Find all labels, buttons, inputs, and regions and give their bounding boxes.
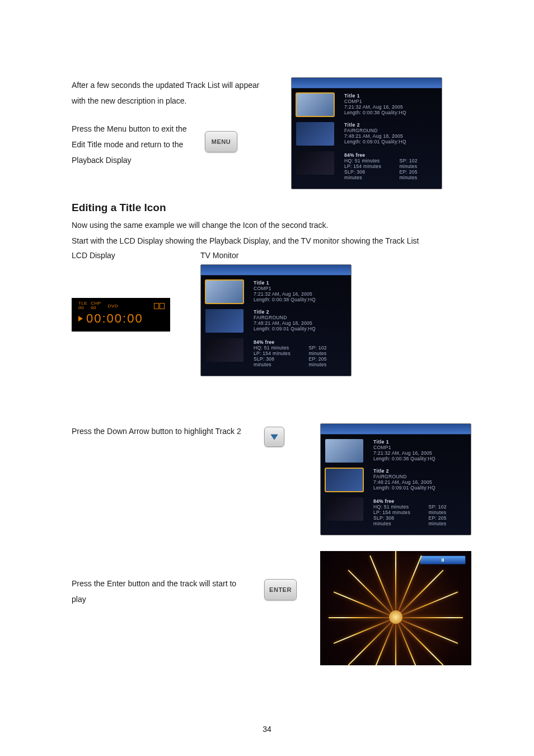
free-line: SP: 102 minutes bbox=[308, 345, 345, 356]
playback-overlay: II bbox=[420, 556, 466, 564]
free-thumbnail bbox=[205, 338, 243, 362]
free-line: EP: 205 minutes bbox=[428, 515, 465, 526]
play-icon bbox=[78, 316, 83, 321]
heading-sub-2: Start with the LCD Display showing the P… bbox=[72, 233, 471, 249]
track-subtitle: COMP1 bbox=[344, 99, 406, 104]
free-line: SLP: 308 minutes bbox=[373, 515, 413, 526]
lcd-display: TLE 00 CHP 00 DVD 00:00:00 bbox=[72, 298, 170, 332]
intro-paragraph-2: Press the Menu button to exit the Edit T… bbox=[72, 121, 195, 168]
track-time: 7:48:21 AM, Aug 16, 2005 bbox=[373, 479, 435, 485]
free-line: LP: 154 minutes bbox=[254, 351, 293, 356]
free-line: LP: 154 minutes bbox=[344, 164, 383, 169]
dolby-icon bbox=[154, 303, 165, 309]
track-length: Length: 0:09:01 Quality:HQ bbox=[254, 326, 316, 332]
playback-overlay-label: II bbox=[441, 557, 444, 563]
lcd-column-label: LCD Display bbox=[72, 251, 200, 260]
track-title: Title 2 bbox=[344, 122, 406, 128]
intro-paragraph-1: After a few seconds the updated Track Li… bbox=[72, 77, 273, 109]
track-thumbnail bbox=[205, 280, 243, 304]
track-row[interactable]: Title 2FAIRGROUND7:48:21 AM, Aug 18, 200… bbox=[201, 307, 351, 336]
menu-button-label: MENU bbox=[212, 138, 231, 145]
lcd-chp-value: 00 bbox=[91, 306, 101, 310]
track-subtitle: FAIRGROUND bbox=[254, 315, 316, 320]
free-title: 84% free bbox=[373, 498, 465, 504]
enter-button[interactable]: ENTER bbox=[264, 579, 297, 600]
down-arrow-button[interactable] bbox=[264, 427, 284, 447]
track-time: 7:48:21 AM, Aug 18, 2005 bbox=[344, 133, 406, 139]
free-line: HQ: 51 minutes bbox=[254, 345, 293, 351]
track-subtitle: FAIRGROUND bbox=[373, 474, 435, 479]
free-title: 84% free bbox=[254, 339, 345, 345]
free-thumbnail bbox=[296, 151, 334, 175]
track-row[interactable]: Title 1COMP17:21:32 AM, Aug 16, 2005Leng… bbox=[201, 278, 351, 307]
free-space-row: 84% freeHQ: 51 minutesLP: 154 minutesSLP… bbox=[292, 149, 442, 184]
free-line: EP: 205 minutes bbox=[399, 169, 436, 180]
track-time: 7:48:21 AM, Aug 18, 2005 bbox=[254, 320, 316, 326]
track-length: Length: 0:00:38 Quality:HQ bbox=[373, 456, 435, 461]
chevron-down-icon bbox=[270, 432, 279, 441]
track-subtitle: COMP1 bbox=[254, 286, 316, 291]
free-line: SLP: 308 minutes bbox=[254, 356, 293, 367]
track-list-panel-1: Title 1COMP17:21:32 AM, Aug 16, 2005Leng… bbox=[291, 77, 442, 189]
panel-header bbox=[321, 424, 471, 435]
track-title: Title 1 bbox=[344, 93, 406, 99]
track-time: 7:21:32 AM, Aug 16, 2005 bbox=[344, 104, 406, 110]
track-row[interactable]: Title 2FAIRGROUND7:48:21 AM, Aug 18, 200… bbox=[292, 120, 442, 149]
track-thumbnail bbox=[325, 439, 363, 463]
free-line: HQ: 51 minutes bbox=[373, 504, 413, 510]
track-length: Length: 0:00:38 Quality:HQ bbox=[344, 110, 406, 115]
track-length: Length: 0:09:01 Quality:HQ bbox=[373, 485, 435, 491]
free-line: EP: 205 minutes bbox=[308, 356, 345, 367]
track-row[interactable]: Title 1COMP17:21:32 AM, Aug 16, 2005Leng… bbox=[292, 91, 442, 120]
track-thumbnail bbox=[296, 122, 334, 146]
free-space-row: 84% freeHQ: 51 minutesLP: 154 minutesSLP… bbox=[321, 495, 471, 530]
free-space-row: 84% freeHQ: 51 minutesLP: 154 minutesSLP… bbox=[201, 336, 351, 371]
track-subtitle: FAIRGROUND bbox=[344, 128, 406, 133]
page-number: 34 bbox=[0, 725, 534, 734]
step-down-arrow: Press the Down Arrow button to highlight… bbox=[72, 423, 251, 439]
track-title: Title 2 bbox=[254, 309, 316, 315]
panel-header bbox=[201, 265, 351, 276]
track-time: 7:21:32 AM, Aug 16, 2005 bbox=[254, 291, 316, 297]
track-time: 7:21:32 AM, Aug 16, 2005 bbox=[373, 450, 435, 456]
step-enter: Press the Enter button and the track wil… bbox=[72, 576, 251, 607]
track-subtitle: COMP1 bbox=[373, 445, 435, 450]
svg-marker-0 bbox=[271, 435, 278, 440]
free-line: SP: 102 minutes bbox=[428, 504, 465, 515]
fairground-video-frame: II bbox=[320, 551, 471, 665]
track-title: Title 2 bbox=[373, 468, 435, 474]
enter-button-label: ENTER bbox=[269, 586, 292, 593]
track-length: Length: 0:09:01 Quality:HQ bbox=[344, 139, 406, 144]
track-row[interactable]: Title 2FAIRGROUND7:48:21 AM, Aug 16, 200… bbox=[321, 466, 471, 495]
panel-header bbox=[292, 78, 442, 88]
lcd-tle-value: 00 bbox=[78, 306, 87, 310]
free-title: 84% free bbox=[344, 152, 436, 158]
heading-sub-1: Now using the same example we will chang… bbox=[72, 217, 471, 233]
free-line: SP: 102 minutes bbox=[399, 158, 436, 169]
track-thumbnail bbox=[205, 309, 243, 333]
free-thumbnail bbox=[325, 497, 363, 521]
track-list-panel-2: Title 1COMP17:21:32 AM, Aug 16, 2005Leng… bbox=[200, 264, 352, 376]
lcd-mode: DVD bbox=[108, 304, 118, 309]
track-row[interactable]: Title 1COMP17:21:32 AM, Aug 16, 2005Leng… bbox=[321, 437, 471, 466]
free-line: HQ: 51 minutes bbox=[344, 158, 383, 164]
free-line: LP: 154 minutes bbox=[373, 510, 413, 515]
menu-button[interactable]: MENU bbox=[205, 131, 237, 152]
lcd-time-value: 00:00:00 bbox=[86, 311, 143, 326]
section-heading: Editing a Title Icon bbox=[72, 202, 471, 214]
free-line: SLP: 308 minutes bbox=[344, 169, 383, 180]
track-thumbnail bbox=[325, 468, 363, 492]
track-title: Title 1 bbox=[373, 439, 435, 445]
track-thumbnail bbox=[296, 93, 334, 116]
track-list-panel-3: Title 1COMP17:21:32 AM, Aug 16, 2005Leng… bbox=[320, 423, 471, 535]
track-title: Title 1 bbox=[254, 280, 316, 286]
tv-column-label: TV Monitor bbox=[200, 251, 238, 260]
track-length: Length: 0:00:38 Quality:HQ bbox=[254, 297, 316, 302]
